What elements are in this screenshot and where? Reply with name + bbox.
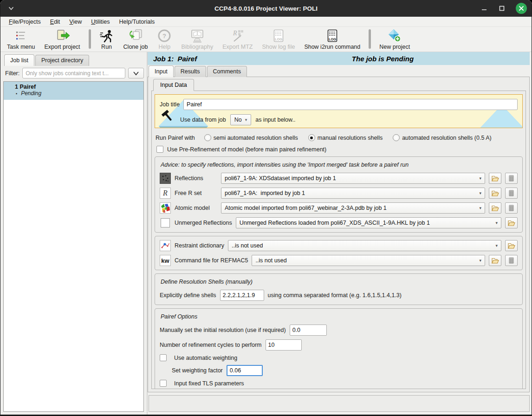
job-status-text: Pending [21,90,41,98]
export-mtz-icon: R [230,28,246,43]
radio-icon[interactable] [393,134,400,141]
maximize-button[interactable] [498,5,506,12]
atomic-model-browse-folder-button[interactable] [489,202,501,214]
filter-input[interactable] [22,68,125,78]
atomic-model-icon [160,202,171,214]
refmac5-command-file-browse-folder-button[interactable] [489,255,501,266]
job-title-box: Job title Use dat [155,94,523,128]
refinement-cycles-input[interactable] [266,339,302,351]
toolbar-separator [369,29,371,49]
job-title-input[interactable] [183,99,518,110]
dictionary-group: Restraint dictionary ..is not used ▾ [155,236,523,270]
run-button[interactable]: Run [96,27,118,51]
radio-automated-shells[interactable]: automated resolution shells (0.5 A) [393,134,491,141]
pre-refinement-row: Use Pre-Refinement of model (before main… [156,146,523,153]
atomic-model-row: Atomic model Atomic model imported from … [160,202,518,214]
clone-job-button[interactable]: Clone job [120,27,152,51]
reflections-label: Reflections [175,175,217,182]
bottom-status-area [149,395,530,412]
keyword-file-icon: kw [160,255,171,266]
atomic-model-select[interactable]: Atomic model imported from poli67_webina… [221,202,485,214]
use-data-from-job-select[interactable]: No ▾ [230,114,252,125]
refmac5-command-file-database-button[interactable] [505,255,518,266]
unmerged-reflections-select[interactable]: Unmerged Reflections loaded from poli67_… [236,217,501,228]
svg-text:?: ? [162,32,166,39]
run-icon [99,28,114,43]
menu-view[interactable]: View [65,18,86,26]
shells-format-hint: using comma separated format (e.g. 1.6,1… [268,292,402,299]
initial-resolution-label: Manually set the initial resolution (use… [160,327,286,333]
free-r-set-browse-folder-button[interactable] [489,188,501,199]
filter-dropdown-button[interactable] [128,68,144,78]
initial-resolution-input[interactable] [290,325,327,336]
task-menu-icon [13,28,29,43]
advice-text: Advice: to specify reflections, import i… [161,162,518,168]
close-button[interactable] [516,3,527,14]
shells-input[interactable] [220,290,264,301]
reflections-database-button[interactable] [505,173,518,184]
tab-results[interactable]: Results [175,66,206,77]
refmac5-command-file-select[interactable]: ..is not used ▾ [252,255,485,266]
define-shells-row: Explicitly define shells using comma sep… [160,290,518,301]
reflections-select[interactable]: poli67_1-9A: XDSdataset imported by job … [221,173,485,184]
free-r-set-database-button[interactable] [505,188,518,199]
radio-semi-automated[interactable]: semi automated resolution shells [204,134,298,141]
job-title-label: Job title [160,101,180,108]
run-pairef-with-label: Run Pairef with [156,135,195,141]
export-project-button[interactable]: Export project [40,27,84,51]
refinement-cycles-row: Number of refinement cycles to perform [160,339,518,351]
unmerged-reflections-browse-folder-button[interactable] [505,217,518,228]
task-menu-button[interactable]: Task menu [3,27,39,51]
radio-checked-icon[interactable] [308,134,315,141]
chevron-down-icon: ▾ [476,176,481,181]
refmac5-command-file-label: Command file for REFMAC5 [175,257,248,264]
filter-label: Filter: [5,70,19,77]
atomic-model-database-button[interactable] [505,202,518,214]
free-r-set-row: R Free R set poli67_1-9A: imported by jo… [160,188,518,199]
unmerged-reflections-label: Unmerged Reflections [175,220,232,226]
restraint-dictionary-row: Restraint dictionary ..is not used ▾ [160,240,518,251]
window-menu-chevron-icon[interactable] [7,4,15,13]
initial-resolution-row: Manually set the initial resolution (use… [160,325,518,336]
menu-utilities[interactable]: Utilities [86,18,114,26]
restraint-dictionary-select[interactable]: ..is not used ▾ [228,240,501,251]
resolution-shells-group: Define Resolution Shells (manually) Expl… [155,273,523,305]
hammer-icon[interactable] [161,109,175,123]
show-i2run-command-button[interactable]: LOG Show i2run command [300,27,364,51]
radio-icon[interactable] [204,134,211,141]
unmerged-reflections-row: Unmerged Reflections Unmerged Reflection… [160,217,518,228]
reflections-browse-folder-button[interactable] [489,173,501,184]
input-files-group: Advice: to specify reflections, import i… [155,156,523,233]
radio-manual-shells[interactable]: manual resolutions shells [308,134,383,141]
weighting-factor-input[interactable] [227,365,263,376]
minimize-button[interactable] [480,5,488,12]
svg-text:R: R [233,30,237,37]
chevron-down-icon: ▾ [476,191,481,195]
automatic-weighting-row: Use automatic weighting [160,354,518,361]
resolution-shells-title: Define Resolution Shells (manually) [161,279,518,285]
toolbar-separator [89,29,91,49]
weighting-factor-row: Set weighting factor [172,365,518,376]
free-r-set-select[interactable]: poli67_1-9A: imported by job 1 ▾ [221,188,485,199]
menu-file-projects[interactable]: File/Projects [4,18,45,26]
fixed-tls-checkbox[interactable] [160,380,167,387]
tab-project-directory[interactable]: Project directory [35,55,89,66]
unmerged-reflections-checkbox[interactable] [161,218,170,228]
automatic-weighting-checkbox[interactable] [160,354,167,361]
new-project-button[interactable]: New project [376,27,414,51]
export-mtz-button: R Export MTZ [219,27,256,51]
restraint-dictionary-browse-folder-button[interactable] [505,240,518,251]
menu-help-tutorials[interactable]: Help/Tutorials [115,18,160,26]
tab-input-data[interactable]: Input Data [153,79,194,91]
log-file-icon: LOG [272,28,285,43]
tab-input[interactable]: Input [149,65,174,77]
resolution-mode-row: Run Pairef with semi automated resolutio… [156,134,523,141]
bibliography-icon [189,28,206,43]
tab-comments[interactable]: Comments [207,66,247,77]
pre-refinement-checkbox[interactable] [156,146,163,153]
job-list-item[interactable]: 1 Pairef • Pending [4,82,143,100]
menu-edit[interactable]: Edit [45,18,65,26]
job-header: Job 1: Pairef The job is Pending [148,52,530,65]
use-data-label: Use data from job [180,117,226,123]
tab-job-list[interactable]: Job list [4,54,34,66]
